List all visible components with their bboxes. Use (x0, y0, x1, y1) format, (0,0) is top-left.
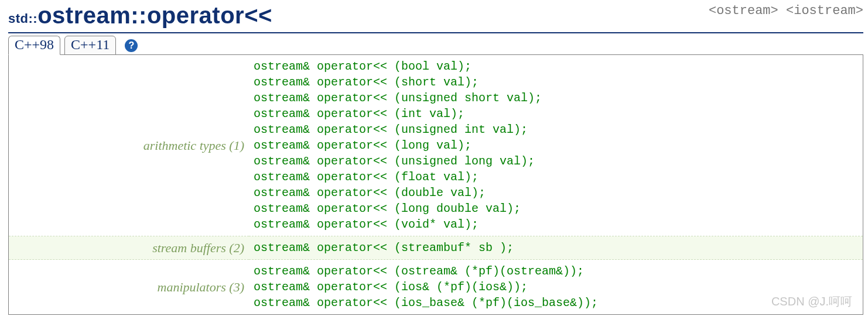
table-row: arithmetic types (1)ostream& operator<< … (9, 55, 863, 236)
section-code: ostream& operator<< (streambuf* sb ); (249, 236, 863, 260)
signatures-table: arithmetic types (1)ostream& operator<< … (9, 55, 863, 314)
title-namespace: std:: (8, 11, 37, 26)
header-file-tags: <ostream> <iostream> (709, 2, 863, 18)
section-label: manipulators (3) (9, 260, 249, 315)
table-row: manipulators (3)ostream& operator<< (ost… (9, 260, 863, 315)
header-divider (8, 32, 863, 33)
section-label: stream buffers (2) (9, 236, 249, 260)
signatures-panel: arithmetic types (1)ostream& operator<< … (8, 54, 863, 315)
title-main: ostream::operator<< (37, 2, 272, 28)
page-title: std::ostream::operator<< (8, 2, 272, 32)
section-code: ostream& operator<< (ostream& (*pf)(ostr… (249, 260, 863, 315)
help-icon[interactable]: ? (125, 39, 138, 52)
tab-cpp98[interactable]: C++98 (8, 36, 60, 55)
tab-cpp11[interactable]: C++11 (64, 36, 116, 55)
version-tabs: C++98 C++11 ? (8, 36, 863, 55)
table-row: stream buffers (2)ostream& operator<< (s… (9, 236, 863, 260)
section-label: arithmetic types (1) (9, 55, 249, 236)
section-code: ostream& operator<< (bool val); ostream&… (249, 55, 863, 236)
